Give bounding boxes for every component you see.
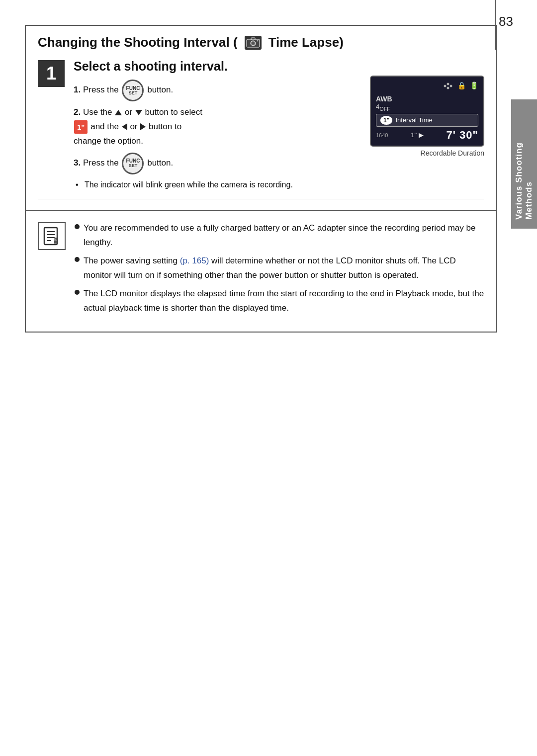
awb-label: AWB bbox=[376, 95, 478, 103]
note-text-3: The LCD monitor displays the elapsed tim… bbox=[84, 287, 484, 316]
step-number-box: 1 bbox=[38, 60, 65, 87]
step-heading: Select a shooting interval. bbox=[74, 59, 484, 74]
instruction-2-or1: or bbox=[125, 107, 135, 117]
note-bullets: You are recommended to use a fully charg… bbox=[75, 221, 484, 319]
battery-icon: 🔋 bbox=[470, 82, 478, 92]
aof-label: 4OFF bbox=[376, 103, 478, 112]
subject-dot-icon bbox=[443, 82, 453, 92]
instruction-2-mid2: button to select bbox=[145, 107, 202, 117]
title-text-prefix: Changing the Shooting Interval ( bbox=[38, 35, 238, 50]
interval-time-text: Interval Time bbox=[395, 116, 432, 124]
arrow-right-icon bbox=[140, 123, 146, 130]
note-text-1: You are recommended to use a fully charg… bbox=[84, 221, 484, 250]
interval-arrow: 1" ▶ bbox=[411, 131, 423, 139]
note-icon bbox=[38, 222, 66, 250]
highlight-item: 1" bbox=[74, 120, 88, 134]
subject-mode-icon bbox=[443, 82, 453, 90]
note-bullet-2: The power saving setting (p. 165) will d… bbox=[75, 254, 484, 283]
screen-top-row: 🔒 🔋 bbox=[376, 82, 478, 92]
step-1-row: 1 Select a shooting interval. bbox=[38, 59, 484, 199]
section-box: Changing the Shooting Interval ( Time La… bbox=[25, 25, 497, 211]
step-num-2: 2. bbox=[74, 107, 81, 117]
note-bullet-1: You are recommended to use a fully charg… bbox=[75, 221, 484, 250]
step-content: Select a shooting interval. bbox=[74, 59, 484, 191]
notepad-icon bbox=[42, 227, 61, 246]
svg-point-5 bbox=[444, 85, 447, 87]
screen-middle: AWB 4OFF bbox=[376, 95, 478, 112]
func-set-button-1: FUNC SET bbox=[122, 80, 144, 101]
note-bullet-3: The LCD monitor displays the elapsed tim… bbox=[75, 287, 484, 316]
page-number: 83 bbox=[499, 14, 513, 29]
timelapse-icon bbox=[246, 37, 260, 48]
lock-icon: 🔒 bbox=[457, 82, 466, 92]
screen-bottom-row: 1640 1" ▶ 7' 30" bbox=[376, 129, 478, 142]
interval-badge: 1" bbox=[380, 116, 392, 125]
svg-point-8 bbox=[447, 87, 449, 89]
indicator-note-text: The indicator will blink green while the… bbox=[85, 180, 293, 189]
instruction-1-prefix: Press the bbox=[83, 85, 119, 94]
section-title: Changing the Shooting Interval ( Time La… bbox=[38, 35, 484, 50]
step-num-1: 1. bbox=[74, 85, 81, 94]
title-text-suffix: Time Lapse) bbox=[268, 35, 344, 50]
svg-rect-3 bbox=[251, 38, 255, 40]
resolution-badge: 1640 bbox=[376, 132, 388, 138]
instruction-2-and: and the bbox=[90, 122, 119, 131]
title-icon bbox=[245, 36, 262, 50]
instruction-2-or2: or bbox=[130, 122, 140, 131]
step-num-3: 3. bbox=[74, 158, 81, 168]
sidebar-label: Various Shooting Methods bbox=[511, 99, 537, 229]
indicator-note: The indicator will blink green while the… bbox=[74, 178, 484, 191]
instruction-2-end: change the option. bbox=[74, 136, 143, 146]
instruction-2-prefix: Use the bbox=[83, 107, 112, 117]
bullet-dot-2 bbox=[75, 257, 80, 262]
instruction-1-suffix: button. bbox=[147, 85, 173, 94]
svg-point-7 bbox=[450, 85, 452, 87]
arrow-left-icon bbox=[122, 123, 127, 130]
note-link[interactable]: (p. 165) bbox=[180, 256, 209, 265]
arrow-up-icon bbox=[115, 110, 122, 115]
instruction-3-suffix: button. bbox=[147, 158, 173, 168]
time-value: 7' 30" bbox=[447, 129, 478, 142]
func-set-button-2: FUNC SET bbox=[122, 153, 144, 174]
instruction-3-prefix: Press the bbox=[83, 158, 119, 168]
camera-screen: 🔒 🔋 AWB 4OFF 1" bbox=[370, 76, 484, 147]
bullet-dot-1 bbox=[75, 224, 80, 229]
bullet-dot-3 bbox=[75, 290, 80, 295]
notes-section: You are recommended to use a fully charg… bbox=[25, 211, 497, 332]
step-number: 1 bbox=[46, 63, 56, 84]
interval-row: 1" Interval Time bbox=[376, 114, 478, 127]
note-text-2: The power saving setting (p. 165) will d… bbox=[84, 254, 484, 283]
svg-point-2 bbox=[252, 42, 255, 45]
arrow-down-icon bbox=[135, 110, 142, 115]
svg-point-4 bbox=[257, 40, 258, 41]
instruction-2-suffix: button to bbox=[149, 122, 181, 131]
screen-preview: 🔒 🔋 AWB 4OFF 1" bbox=[370, 76, 484, 157]
note-row: You are recommended to use a fully charg… bbox=[38, 221, 484, 319]
recordable-label: Recordable Duration bbox=[370, 149, 484, 157]
main-content: Changing the Shooting Interval ( Time La… bbox=[25, 25, 497, 333]
svg-point-6 bbox=[447, 83, 449, 85]
